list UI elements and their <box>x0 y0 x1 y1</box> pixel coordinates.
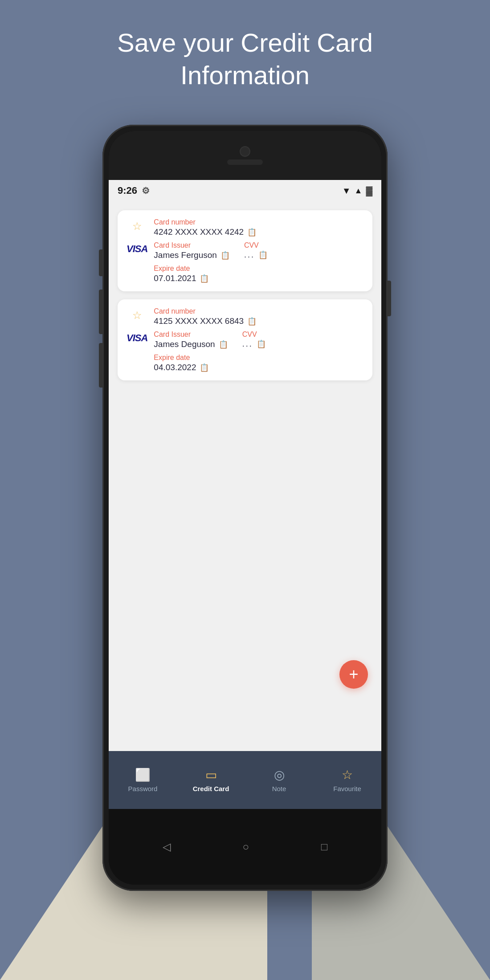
copy-card-number-icon[interactable]: 📋 <box>247 317 257 326</box>
nav-label-creditcard: Credit Card <box>193 785 229 792</box>
card-number-value: 4242 XXXX XXXX 4242 📋 <box>154 227 363 237</box>
copy-expire-icon[interactable]: 📋 <box>200 274 209 283</box>
copy-issuer-icon[interactable]: 📋 <box>219 340 228 349</box>
cvv-label: CVV <box>242 331 266 339</box>
nav-label-favourite: Favourite <box>333 785 361 792</box>
card-number-label: Card number <box>154 307 363 315</box>
power-button <box>388 281 391 316</box>
card-number-value: 4125 XXXX XXXX 6843 📋 <box>154 316 363 326</box>
recents-button[interactable]: □ <box>321 841 328 853</box>
add-card-fab[interactable]: + <box>339 660 368 689</box>
visa-logo: VISA <box>127 332 147 344</box>
settings-icon: ⚙ <box>142 185 150 196</box>
issuer-label: Card Issuer <box>154 331 228 339</box>
expire-label: Expire date <box>154 265 363 273</box>
card-number-section: Card number 4125 XXXX XXXX 6843 📋 <box>154 307 363 326</box>
creditcard-nav-icon: ▭ <box>205 768 217 782</box>
password-nav-icon: ⬜ <box>135 768 151 782</box>
card-details: Card number 4125 XXXX XXXX 6843 📋 Card I… <box>154 307 363 372</box>
phone-frame: 9:26 ⚙ ▼ ▲ ▓ Keep it <box>102 125 388 891</box>
side-button-extra <box>99 343 102 388</box>
favourite-star-icon[interactable]: ☆ <box>132 309 142 322</box>
issuer-cvv-row: Card Issuer James Deguson 📋 CVV <box>154 331 363 349</box>
wifi-icon: ▼ <box>342 186 351 196</box>
nav-item-creditcard[interactable]: ▭ Credit Card <box>177 768 245 792</box>
issuer-section: Card Issuer James Deguson 📋 <box>154 331 228 349</box>
expire-section: Expire date 07.01.2021 📋 <box>154 265 363 283</box>
side-button-vol-up <box>99 249 102 276</box>
side-button-vol-down <box>99 290 102 334</box>
card-item: ☆ VISA Card number 4125 XXXX XXXX 6843 📋 <box>118 299 372 380</box>
card-number-label: Card number <box>154 218 363 226</box>
home-button[interactable]: ○ <box>242 841 249 853</box>
nav-item-note[interactable]: ◎ Note <box>245 768 313 792</box>
expire-value: 07.01.2021 📋 <box>154 274 363 283</box>
card-list: ☆ VISA Card number 4242 XXXX XXXX 4242 📋 <box>109 201 381 397</box>
camera <box>240 146 250 157</box>
android-nav-bar: ◁ ○ □ <box>109 809 381 885</box>
back-button[interactable]: ◁ <box>163 841 171 853</box>
cvv-section: CVV ... 📋 <box>242 331 266 349</box>
cvv-label: CVV <box>244 241 268 249</box>
issuer-value: James Deguson 📋 <box>154 339 228 349</box>
card-left-panel: ☆ VISA <box>127 307 147 372</box>
page-title: Save your Credit Card Information <box>0 27 490 91</box>
cvv-section: CVV ... 📋 <box>244 241 268 260</box>
copy-issuer-icon[interactable]: 📋 <box>220 251 230 260</box>
fab-plus-icon: + <box>349 666 358 682</box>
status-time: 9:26 <box>118 185 137 196</box>
nav-label-note: Note <box>272 785 286 792</box>
nav-item-favourite[interactable]: ☆ Favourite <box>313 768 381 792</box>
bottom-nav: ⬜ Password ▭ Credit Card ◎ Note ☆ Favour… <box>109 751 381 809</box>
card-left-panel: ☆ VISA <box>127 218 147 283</box>
expire-section: Expire date 04.03.2022 📋 <box>154 354 363 372</box>
battery-icon: ▓ <box>366 186 372 196</box>
card-details: Card number 4242 XXXX XXXX 4242 📋 Card I… <box>154 218 363 283</box>
phone-top-bar <box>109 131 381 180</box>
favourite-nav-icon: ☆ <box>342 768 353 782</box>
note-nav-icon: ◎ <box>274 768 285 782</box>
speaker <box>227 159 263 165</box>
nav-item-password[interactable]: ⬜ Password <box>109 768 177 792</box>
signal-icon: ▲ <box>355 186 363 196</box>
issuer-label: Card Issuer <box>154 241 230 249</box>
cvv-value: ... 📋 <box>244 250 268 260</box>
copy-card-number-icon[interactable]: 📋 <box>247 228 257 237</box>
nav-label-password: Password <box>128 785 158 792</box>
card-item: ☆ VISA Card number 4242 XXXX XXXX 4242 📋 <box>118 210 372 291</box>
status-icons: ▼ ▲ ▓ <box>342 186 372 196</box>
screen-content: ☆ VISA Card number 4242 XXXX XXXX 4242 📋 <box>109 201 381 751</box>
copy-cvv-icon[interactable]: 📋 <box>257 339 266 349</box>
issuer-value: James Ferguson 📋 <box>154 250 230 260</box>
cvv-value: ... 📋 <box>242 339 266 349</box>
issuer-cvv-row: Card Issuer James Ferguson 📋 CVV <box>154 241 363 260</box>
status-bar: 9:26 ⚙ ▼ ▲ ▓ <box>109 180 381 201</box>
expire-label: Expire date <box>154 354 363 362</box>
issuer-section: Card Issuer James Ferguson 📋 <box>154 241 230 260</box>
phone-screen: 9:26 ⚙ ▼ ▲ ▓ Keep it <box>109 180 381 809</box>
copy-expire-icon[interactable]: 📋 <box>200 363 209 372</box>
copy-cvv-icon[interactable]: 📋 <box>258 250 268 260</box>
expire-value: 04.03.2022 📋 <box>154 363 363 372</box>
card-number-section: Card number 4242 XXXX XXXX 4242 📋 <box>154 218 363 237</box>
visa-logo: VISA <box>127 243 147 255</box>
phone-inner: 9:26 ⚙ ▼ ▲ ▓ Keep it <box>109 131 381 885</box>
favourite-star-icon[interactable]: ☆ <box>132 220 142 233</box>
